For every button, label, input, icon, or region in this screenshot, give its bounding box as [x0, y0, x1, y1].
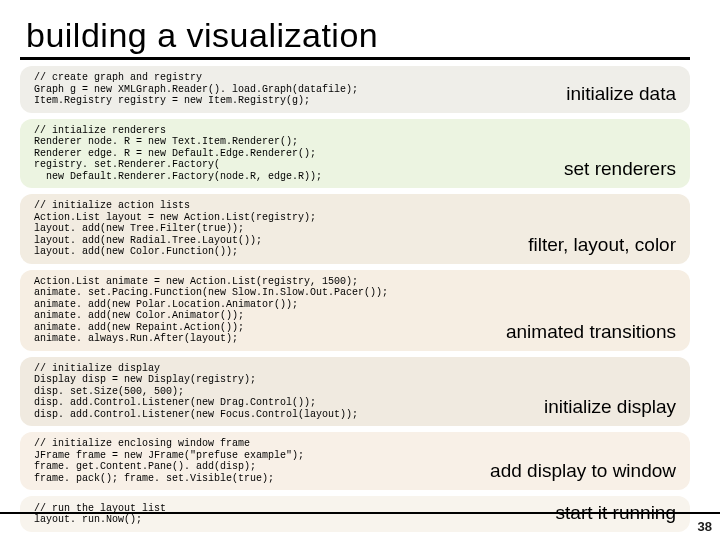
- code-block: // initialize action lists Action.List l…: [20, 194, 690, 264]
- code-snippet: // create graph and registry Graph g = n…: [34, 72, 558, 107]
- page-number: 38: [698, 519, 712, 534]
- block-label: filter, layout, color: [520, 234, 676, 258]
- code-block: // create graph and registry Graph g = n…: [20, 66, 690, 113]
- code-block: // run the layout list layout. run.Now()…: [20, 496, 690, 532]
- block-label: set renderers: [556, 158, 676, 182]
- footer-line: [0, 512, 720, 514]
- block-label: initialize data: [558, 83, 676, 107]
- code-snippet: Action.List animate = new Action.List(re…: [34, 276, 498, 345]
- code-blocks: // create graph and registry Graph g = n…: [20, 66, 690, 532]
- block-label: initialize display: [536, 396, 676, 420]
- block-label: add display to window: [482, 460, 676, 484]
- code-block: // initialize enclosing window frame JFr…: [20, 432, 690, 490]
- code-snippet: // intialize renderers Renderer node. R …: [34, 125, 556, 183]
- title-underline: [20, 57, 690, 60]
- code-snippet: // initialize display Display disp = new…: [34, 363, 536, 421]
- code-snippet: // run the layout list layout. run.Now()…: [34, 503, 548, 526]
- block-label: start it running: [548, 502, 676, 526]
- code-block: Action.List animate = new Action.List(re…: [20, 270, 690, 351]
- slide: building a visualization // create graph…: [0, 0, 720, 540]
- code-block: // initialize display Display disp = new…: [20, 357, 690, 427]
- code-snippet: // initialize action lists Action.List l…: [34, 200, 520, 258]
- block-label: animated transitions: [498, 321, 676, 345]
- code-snippet: // initialize enclosing window frame JFr…: [34, 438, 482, 484]
- slide-title: building a visualization: [26, 16, 700, 55]
- code-block: // intialize renderers Renderer node. R …: [20, 119, 690, 189]
